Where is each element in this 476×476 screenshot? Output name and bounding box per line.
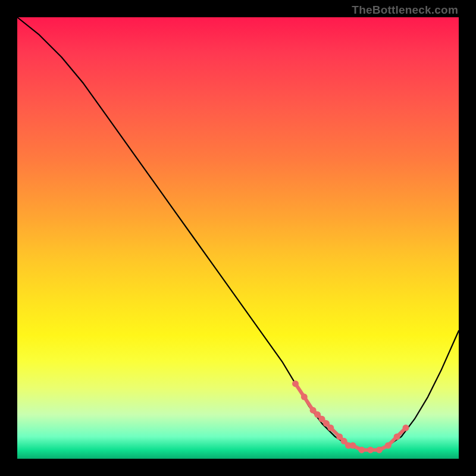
marker-layer <box>292 380 409 453</box>
chart-frame: TheBottleneck.com <box>0 0 476 476</box>
marker-connector <box>296 384 406 450</box>
watermark-text: TheBottleneck.com <box>352 4 458 17</box>
marker-dot <box>292 380 299 387</box>
marker-dot <box>403 425 409 431</box>
marker-dot <box>327 425 334 431</box>
marker-dot <box>358 447 365 453</box>
marker-dot <box>301 394 308 400</box>
curve-layer <box>17 17 459 450</box>
marker-dot <box>367 447 374 453</box>
marker-dot <box>376 447 383 453</box>
bottleneck-curve <box>17 17 459 450</box>
marker-dot <box>349 442 356 449</box>
chart-svg <box>17 17 459 459</box>
marker-dot <box>394 433 400 440</box>
marker-dot <box>385 442 392 449</box>
